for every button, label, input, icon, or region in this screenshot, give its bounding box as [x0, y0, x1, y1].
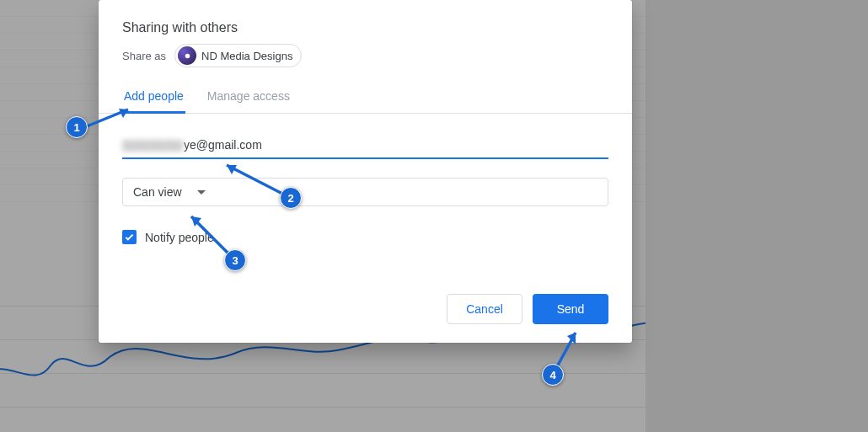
send-button[interactable]: Send [533, 294, 608, 324]
page-side-gutter [646, 0, 868, 432]
email-visible-part: ye@gmail.com [184, 138, 262, 152]
email-input[interactable]: ye@gmail.com [122, 136, 608, 159]
email-redacted-part [122, 140, 183, 152]
svg-line-3 [227, 165, 286, 195]
share-as-label: Share as [122, 50, 166, 62]
dialog-tabs: Add people Manage access [99, 84, 632, 114]
cancel-button[interactable]: Cancel [447, 294, 522, 324]
caret-down-icon [197, 190, 206, 195]
dialog-actions: Cancel Send [122, 294, 608, 324]
notify-checkbox[interactable] [122, 230, 137, 244]
annotation-badge-3: 3 [224, 249, 246, 271]
annotation-badge-2: 2 [280, 187, 302, 209]
tab-manage-access[interactable]: Manage access [206, 84, 292, 114]
share-dialog: Sharing with others Share as ND Media De… [99, 0, 632, 343]
avatar-icon [178, 46, 196, 65]
share-as-chip[interactable]: ND Media Designs [174, 44, 302, 67]
svg-point-0 [185, 53, 190, 58]
annotation-badge-4: 4 [542, 364, 564, 386]
permission-dropdown[interactable]: Can view [122, 178, 608, 206]
annotation-badge-1: 1 [66, 116, 88, 138]
share-as-row: Share as ND Media Designs [122, 44, 608, 67]
share-chip-label: ND Media Designs [201, 50, 292, 62]
permission-selected-label: Can view [133, 185, 182, 199]
dialog-title: Sharing with others [122, 20, 608, 35]
